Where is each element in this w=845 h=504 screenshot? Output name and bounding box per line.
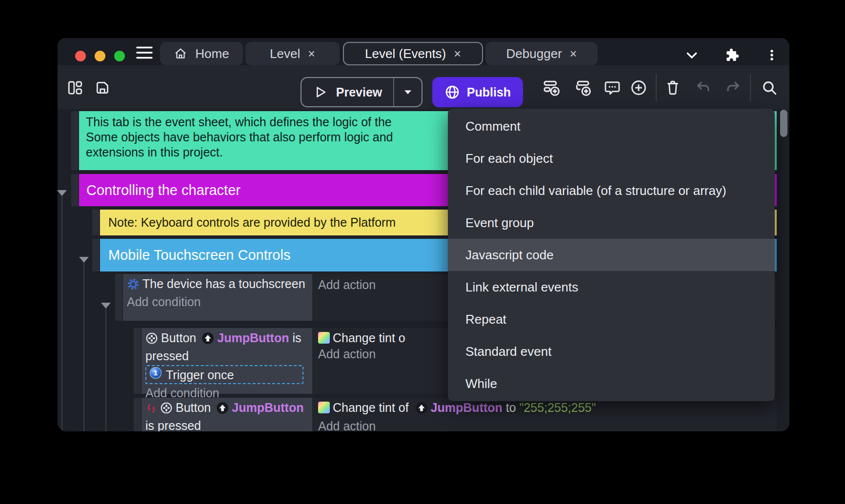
action-change-tint[interactable]: Change tint o	[318, 330, 405, 346]
tab-level-events-close-icon[interactable]: ×	[454, 48, 461, 60]
condition-suffix: is pressed	[145, 419, 201, 431]
condition-cell[interactable]: Button JumpButton is pressed	[141, 398, 312, 431]
tab-level-events-label: Level (Events)	[365, 46, 446, 61]
toolbar: Preview Publish	[58, 65, 789, 109]
gamepad-icon	[160, 402, 173, 418]
action-prefix: Change tint of	[333, 401, 409, 414]
event-margin[interactable]	[92, 239, 100, 271]
collapse-arrow-icon[interactable]	[79, 257, 89, 263]
titlebar: Home Level × Level (Events) × Debugger ×	[58, 38, 789, 65]
event-margin[interactable]	[71, 111, 79, 170]
caret-down-icon	[402, 86, 414, 98]
undo-button[interactable]	[693, 77, 714, 98]
puzzle-icon	[724, 47, 740, 63]
tab-home-label: Home	[195, 46, 229, 61]
maximize-window-button[interactable]	[114, 51, 125, 61]
event-margin[interactable]	[71, 174, 79, 206]
menu-item-standard-event[interactable]: Standard event	[448, 335, 775, 368]
condition-touchscreen[interactable]: The device has a touchscreen	[127, 276, 308, 294]
layout-icon	[67, 79, 83, 96]
action-change-tint[interactable]: Change tint of JumpButton to "255;255;25…	[318, 400, 596, 418]
object-name: JumpButton	[217, 331, 289, 345]
add-action-link[interactable]: Add action	[318, 277, 376, 293]
action-cell[interactable]: Change tint o Add action	[318, 330, 405, 362]
action-value: "255;255;255"	[520, 401, 596, 414]
menu-item-javascript-code[interactable]: Javascript code	[448, 239, 775, 271]
event-margin[interactable]	[92, 210, 100, 235]
action-cell[interactable]: Add action	[318, 277, 376, 293]
svg-text:1: 1	[154, 368, 158, 377]
event-margin[interactable]	[134, 328, 141, 394]
trigger-once-label: Trigger once	[166, 367, 234, 383]
tab-debugger[interactable]: Debugger ×	[485, 42, 598, 65]
note-text: Note: Keyboard controls are provided by …	[108, 215, 396, 230]
condition-cell[interactable]: The device has a touchscreen Add conditi…	[123, 274, 312, 321]
add-comment-button[interactable]	[602, 77, 623, 98]
undo-icon	[695, 79, 712, 96]
addons-button[interactable]	[722, 47, 742, 63]
add-condition-link[interactable]: Add condition	[127, 294, 308, 310]
gamepad-icon	[145, 332, 158, 348]
tint-icon	[318, 332, 330, 344]
globe-icon	[444, 84, 460, 100]
tab-level-events[interactable]: Level (Events) ×	[343, 42, 483, 65]
tab-debugger-close-icon[interactable]: ×	[570, 48, 577, 60]
save-button[interactable]	[92, 77, 113, 98]
menu-item-event-group[interactable]: Event group	[448, 207, 775, 239]
touch-gear-icon	[127, 278, 140, 294]
menu-item-while[interactable]: While	[448, 368, 775, 400]
main-menu-button[interactable]	[135, 45, 154, 60]
preview-options-button[interactable]	[394, 78, 422, 106]
preview-button[interactable]: Preview	[301, 77, 422, 107]
toolbar-divider	[656, 74, 657, 101]
condition-label: The device has a touchscreen	[142, 277, 305, 291]
menu-item-repeat[interactable]: Repeat	[448, 303, 775, 335]
condition-button-pressed[interactable]: Button JumpButton is pressed	[145, 400, 308, 431]
tab-level-close-icon[interactable]: ×	[308, 48, 315, 60]
menu-item-link-external-events[interactable]: Link external events	[448, 271, 775, 303]
tree-rail	[61, 196, 62, 431]
condition-button-pressed[interactable]: Button JumpButton is pressed	[145, 330, 308, 364]
delete-button[interactable]	[662, 77, 684, 98]
tint-icon	[318, 402, 330, 413]
event-margin[interactable]	[115, 274, 122, 321]
object-sprite-icon	[201, 332, 214, 348]
plus-circle-icon	[630, 79, 647, 97]
object-sprite-icon	[415, 402, 428, 418]
preview-button-main[interactable]: Preview	[302, 78, 393, 106]
condition-cell[interactable]: Button JumpButton is pressed 1 Trigger o…	[141, 328, 312, 394]
search-icon	[761, 79, 778, 96]
tab-list-dropdown-button[interactable]	[682, 47, 702, 63]
add-subevent-icon	[574, 78, 592, 97]
event-margin[interactable]	[134, 398, 141, 431]
tab-home[interactable]: Home	[160, 42, 243, 65]
tab-level-label: Level	[270, 46, 300, 61]
search-button[interactable]	[759, 77, 780, 98]
add-action-link[interactable]: Add action	[318, 418, 596, 431]
overflow-menu-button[interactable]	[762, 47, 782, 63]
sheet-scrollbar-thumb[interactable]	[780, 110, 787, 137]
object-sprite-icon	[216, 402, 229, 418]
condition-trigger-once-selected[interactable]: 1 Trigger once	[145, 365, 303, 384]
add-more-button[interactable]	[628, 77, 649, 98]
menu-item-for-each-object[interactable]: For each object	[448, 142, 775, 174]
add-event-icon	[543, 78, 561, 97]
publish-button[interactable]: Publish	[432, 77, 523, 107]
minimize-window-button[interactable]	[95, 51, 105, 61]
menu-item-comment[interactable]: Comment	[448, 110, 775, 142]
close-window-button[interactable]	[75, 51, 86, 61]
tab-level[interactable]: Level ×	[245, 42, 340, 65]
collapse-arrow-icon[interactable]	[101, 303, 111, 309]
condition-prefix: Button	[176, 401, 211, 414]
preview-button-divider	[393, 78, 394, 106]
action-cell[interactable]: Change tint of JumpButton to "255;255;25…	[318, 400, 596, 431]
add-subevent-button[interactable]	[572, 77, 594, 98]
screenshot-stage: Home Level × Level (Events) × Debugger ×	[0, 0, 845, 504]
redo-button[interactable]	[722, 77, 744, 98]
menu-item-for-each-child-variable[interactable]: For each child variable (of a structure …	[448, 174, 775, 207]
add-event-button[interactable]	[541, 77, 563, 98]
add-action-link[interactable]: Add action	[318, 346, 405, 362]
collapse-arrow-icon[interactable]	[58, 190, 67, 196]
publish-button-label: Publish	[467, 85, 511, 99]
layout-view-button[interactable]	[64, 77, 86, 98]
